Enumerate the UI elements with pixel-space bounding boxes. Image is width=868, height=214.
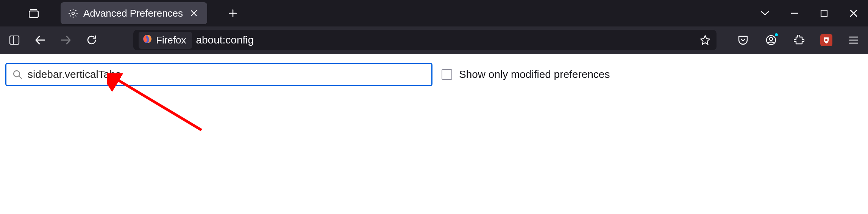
tab-title: Advanced Preferences — [83, 8, 183, 19]
svg-point-1 — [72, 12, 75, 15]
notification-dot-icon — [774, 33, 779, 37]
app-menu-button[interactable] — [847, 33, 860, 47]
tab-strip: Advanced Preferences — [6, 2, 760, 24]
show-only-modified-label: Show only modified preferences — [459, 68, 610, 81]
firefox-logo-icon — [142, 34, 152, 47]
sidebar-toggle-button[interactable] — [8, 33, 21, 47]
search-icon — [12, 70, 22, 79]
navigation-toolbar: Firefox about:config — [0, 26, 868, 54]
identity-label: Firefox — [156, 34, 186, 46]
pocket-button[interactable] — [736, 33, 750, 47]
minimize-button[interactable] — [789, 8, 800, 19]
toolbar-right — [736, 33, 860, 47]
svg-point-8 — [825, 39, 827, 41]
close-window-button[interactable] — [848, 8, 859, 19]
extensions-button[interactable] — [792, 33, 806, 47]
url-text: about:config — [196, 34, 695, 46]
titlebar: Advanced Preferences — [0, 0, 868, 26]
all-tabs-icon[interactable] — [29, 8, 39, 19]
identity-badge[interactable]: Firefox — [139, 32, 192, 49]
config-search-input[interactable] — [28, 68, 425, 81]
svg-rect-0 — [29, 11, 38, 17]
config-search-box[interactable] — [5, 63, 432, 86]
list-all-tabs-button[interactable] — [760, 8, 770, 19]
tab-close-button[interactable] — [188, 8, 200, 19]
svg-rect-3 — [10, 36, 19, 44]
bookmark-star-button[interactable] — [699, 34, 711, 46]
tab-advanced-preferences[interactable]: Advanced Preferences — [61, 2, 207, 24]
reload-button[interactable] — [85, 33, 98, 47]
ublock-origin-button[interactable] — [820, 34, 832, 46]
show-only-modified-checkbox[interactable] — [442, 69, 452, 80]
config-search-area: Show only modified preferences — [0, 54, 868, 95]
show-only-modified-row[interactable]: Show only modified preferences — [442, 68, 610, 81]
window-controls — [760, 8, 859, 19]
svg-rect-2 — [821, 10, 827, 16]
gear-icon — [68, 8, 78, 18]
back-button[interactable] — [33, 33, 47, 47]
new-tab-button[interactable] — [225, 6, 240, 21]
url-bar[interactable]: Firefox about:config — [133, 30, 717, 50]
maximize-button[interactable] — [819, 8, 829, 19]
forward-button — [59, 33, 73, 47]
svg-point-7 — [770, 37, 773, 40]
account-button[interactable] — [764, 33, 778, 47]
